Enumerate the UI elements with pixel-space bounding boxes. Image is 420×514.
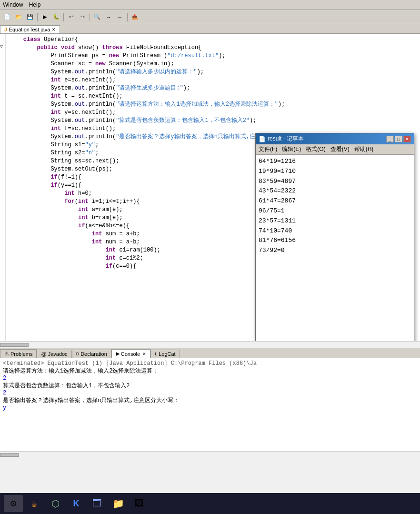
- tab-close-btn[interactable]: ✕: [52, 27, 56, 32]
- code-line: Scanner sc = new Scanner(System.in);: [10, 60, 416, 68]
- console-line-0: 请选择运算方法：输入1选择加减法，输入2选择乘除法运算：: [3, 367, 417, 375]
- toolbar-debug[interactable]: 🐛: [51, 12, 61, 22]
- console-close-icon[interactable]: ✕: [142, 352, 146, 356]
- toolbar-export[interactable]: 📤: [130, 12, 140, 22]
- collapse-arrow[interactable]: ▽: [0, 42, 5, 50]
- notepad-result-line: 74*10=740: [259, 226, 411, 236]
- problems-icon: ⚠: [4, 351, 9, 357]
- console-line-1: 2: [3, 375, 417, 382]
- logcat-label: LogCat: [159, 351, 175, 357]
- left-gutter: ▽: [0, 34, 6, 341]
- editor-hscrollbar[interactable]: [0, 341, 420, 348]
- console-line-4: 是否输出答案？选择y输出答案，选择n只输出算式,注意区分大小写：: [3, 396, 417, 404]
- console-area[interactable]: <terminated> EquationTest (1) [Java Appl…: [0, 358, 420, 451]
- code-line: System.out.println("算式是否包含负数运算：包含输入1，不包含…: [10, 117, 416, 125]
- code-line: PrintStream ps = new PrintStream ("d:/re…: [10, 52, 416, 60]
- notepad-minimize-btn[interactable]: _: [386, 136, 394, 142]
- code-line: public void show() throws FileNotFoundEx…: [10, 44, 416, 52]
- notepad-titlebar: 📄 result - 记事本 _ □ ✕: [256, 133, 414, 144]
- code-line: class Operation{: [10, 36, 416, 44]
- toolbar-sep3: [90, 13, 90, 21]
- np-menu-edit[interactable]: 编辑(E): [282, 145, 301, 153]
- problems-label: Problems: [10, 351, 32, 357]
- toolbar-new[interactable]: 📄: [2, 12, 12, 22]
- notepad-window: 📄 result - 记事本 _ □ ✕ 文件(F) 编辑(E) 格式(O) 查…: [255, 133, 414, 341]
- np-menu-view[interactable]: 查看(V): [330, 145, 350, 153]
- console-line-2: 算式是否包含负数运算：包含输入1，不包含输入2: [3, 382, 417, 390]
- code-line: System.out.println("请选择运算方法：输入1选择加减法，输入2…: [10, 101, 416, 109]
- toolbar: 📄 📂 💾 ▶ 🐛 ↩ ↪ 🔍 → ← 📤: [0, 10, 420, 24]
- toolbar-open[interactable]: 📂: [13, 12, 24, 22]
- toolbar-run[interactable]: ▶: [40, 12, 50, 22]
- notepad-result-line: 73/92=0: [259, 246, 411, 256]
- tab-icon: J: [4, 27, 7, 32]
- toolbar-prev[interactable]: ←: [115, 12, 125, 22]
- menu-bar: Window Help: [0, 0, 420, 10]
- bottom-tab-console[interactable]: ▶ Console ✕: [111, 349, 150, 358]
- toolbar-search[interactable]: 🔍: [92, 12, 102, 22]
- code-line: System.out.println("请选择生成多少道题目:");: [10, 84, 416, 92]
- code-line: int f=sc.nextInt();: [10, 125, 416, 133]
- notepad-result-line: 43*54=2322: [259, 186, 411, 196]
- taskbar-eclipse[interactable]: ⊙: [4, 495, 23, 512]
- np-menu-format[interactable]: 格式(O): [306, 145, 325, 153]
- taskbar-app2[interactable]: ⬡: [46, 495, 65, 512]
- app3-icon: K: [73, 499, 80, 509]
- toolbar-undo[interactable]: ↩: [66, 12, 76, 22]
- menu-window[interactable]: Window: [3, 1, 23, 8]
- eclipse-icon: ⊙: [10, 497, 16, 510]
- hscrollbar-thumb[interactable]: [0, 343, 29, 347]
- bottom-tab-problems[interactable]: ⚠ Problems: [0, 349, 37, 358]
- tab-equationtest[interactable]: J EquationTest.java ✕: [0, 25, 60, 33]
- toolbar-redo[interactable]: ↪: [77, 12, 88, 22]
- taskbar: ⊙ ☕ ⬡ K 🗔 📁 🖼: [0, 493, 420, 514]
- app4-icon: 🗔: [92, 498, 102, 509]
- code-line: int e=sc.nextInt();: [10, 76, 416, 84]
- taskbar-explorer[interactable]: 📁: [109, 495, 128, 512]
- bottom-tab-declaration[interactable]: D Declaration: [72, 350, 111, 358]
- javadoc-label: Javadoc: [48, 351, 68, 357]
- editor-container: ▽ class Operation{ public void show() th…: [0, 34, 420, 341]
- taskbar-app3[interactable]: K: [67, 495, 86, 512]
- bottom-tab-javadoc[interactable]: @ Javadoc: [37, 350, 71, 358]
- console-terminated: <terminated> EquationTest (1) [Java Appl…: [3, 360, 417, 367]
- code-line: int t = sc.nextInt();: [10, 92, 416, 101]
- taskbar-java[interactable]: ☕: [25, 495, 44, 512]
- explorer-icon: 📁: [112, 498, 124, 510]
- notepad-result-line: 61*47=2867: [259, 196, 411, 206]
- notepad-result-line: 96/75=1: [259, 206, 411, 216]
- notepad-close-btn[interactable]: ✕: [403, 136, 411, 142]
- notepad-file-icon: 📄: [259, 136, 266, 142]
- declaration-label: Declaration: [80, 351, 107, 357]
- toolbar-sep1: [37, 13, 38, 21]
- tab-label: EquationTest.java: [9, 27, 50, 32]
- toolbar-next[interactable]: →: [103, 12, 114, 22]
- taskbar-photos[interactable]: 🖼: [130, 495, 149, 512]
- javadoc-icon: @: [41, 351, 46, 357]
- notepad-result-line: 23*57=1311: [259, 216, 411, 226]
- notepad-title: result - 记事本: [268, 135, 304, 143]
- console-hscrollbar[interactable]: [0, 451, 420, 458]
- toolbar-save[interactable]: 💾: [25, 12, 35, 22]
- console-hscrollbar-thumb[interactable]: [0, 453, 19, 457]
- np-menu-file[interactable]: 文件(F): [259, 145, 277, 153]
- java-icon: ☕: [31, 498, 37, 510]
- menu-help[interactable]: Help: [29, 1, 41, 8]
- notepad-menubar: 文件(F) 编辑(E) 格式(O) 查看(V) 帮助(H): [256, 144, 414, 155]
- notepad-result-line: 19*90=1710: [259, 167, 411, 177]
- declaration-icon: D: [76, 352, 80, 356]
- np-menu-help[interactable]: 帮助(H): [354, 145, 374, 153]
- console-line-3: 2: [3, 390, 417, 396]
- notepad-content[interactable]: 64*19=121619*90=171083*59=489743*54=2322…: [256, 155, 414, 341]
- notepad-title-left: 📄 result - 记事本: [259, 135, 304, 143]
- notepad-maximize-btn[interactable]: □: [395, 136, 402, 142]
- notepad-result-line: 64*19=1216: [259, 157, 411, 167]
- taskbar-app4[interactable]: 🗔: [88, 495, 107, 512]
- bottom-tabs: ⚠ Problems @ Javadoc D Declaration ▶ Con…: [0, 348, 420, 358]
- toolbar-sep2: [63, 13, 64, 21]
- tab-bar: J EquationTest.java ✕: [0, 24, 420, 34]
- code-line: int y=sc.nextInt();: [10, 109, 416, 117]
- console-line-5: y: [3, 404, 417, 411]
- code-line: System.out.println("请选择输入多少以内的运算：");: [10, 68, 416, 76]
- bottom-tab-logcat[interactable]: L LogCat: [150, 350, 180, 358]
